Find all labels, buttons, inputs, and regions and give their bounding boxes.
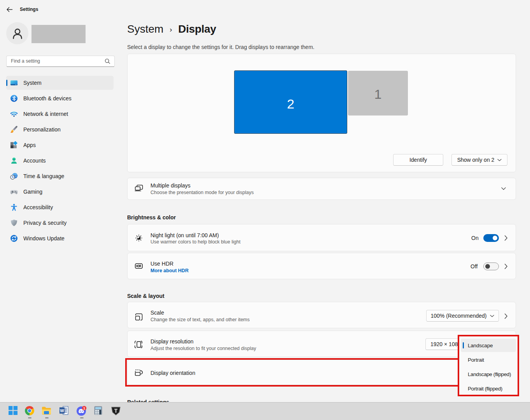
svg-text:1: 1 [83, 406, 85, 410]
svg-text:W: W [60, 408, 64, 413]
